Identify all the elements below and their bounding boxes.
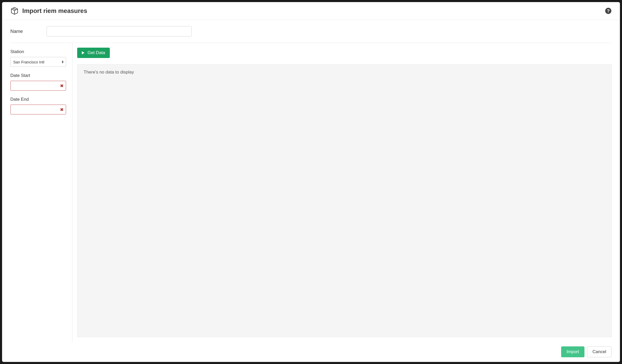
date-end-field: Date End ✖	[10, 97, 67, 114]
modal-body: Name Station San Francisco Intl ▲▼	[2, 20, 620, 342]
get-data-button[interactable]: Get Data	[77, 48, 110, 58]
station-select[interactable]: San Francisco Intl	[10, 57, 66, 67]
import-modal: Import riem measures ? Name Station San …	[2, 2, 620, 362]
modal-footer: Import Cancel	[2, 342, 620, 362]
name-label: Name	[10, 29, 26, 34]
package-icon	[10, 7, 19, 15]
data-panel: There's no data to display	[77, 64, 612, 337]
cancel-button[interactable]: Cancel	[587, 346, 612, 357]
main-area: Get Data There's no data to display	[73, 43, 612, 342]
date-start-label: Date Start	[10, 73, 67, 78]
station-label: Station	[10, 49, 67, 54]
station-field: Station San Francisco Intl ▲▼	[10, 49, 67, 67]
station-select-wrap: San Francisco Intl ▲▼	[10, 57, 66, 67]
play-icon	[82, 51, 84, 54]
modal-header: Import riem measures ?	[2, 2, 620, 20]
date-end-label: Date End	[10, 97, 67, 102]
sidebar: Station San Francisco Intl ▲▼ Date Start…	[10, 43, 73, 342]
content-row: Station San Francisco Intl ▲▼ Date Start…	[10, 43, 612, 342]
date-end-input[interactable]	[10, 105, 66, 114]
help-icon[interactable]: ?	[605, 8, 612, 14]
name-input[interactable]	[47, 26, 192, 37]
date-start-input[interactable]	[10, 81, 66, 91]
import-button[interactable]: Import	[561, 346, 584, 357]
modal-title-wrap: Import riem measures	[10, 7, 87, 15]
date-start-field: Date Start ✖	[10, 73, 67, 91]
empty-message: There's no data to display	[84, 70, 134, 75]
clear-date-start-icon[interactable]: ✖	[60, 83, 63, 88]
get-data-label: Get Data	[88, 50, 105, 55]
svg-text:?: ?	[607, 8, 610, 13]
modal-title: Import riem measures	[22, 7, 87, 14]
date-end-wrap: ✖	[10, 105, 66, 114]
clear-date-end-icon[interactable]: ✖	[60, 107, 63, 112]
name-row: Name	[10, 20, 612, 43]
date-start-wrap: ✖	[10, 81, 66, 91]
